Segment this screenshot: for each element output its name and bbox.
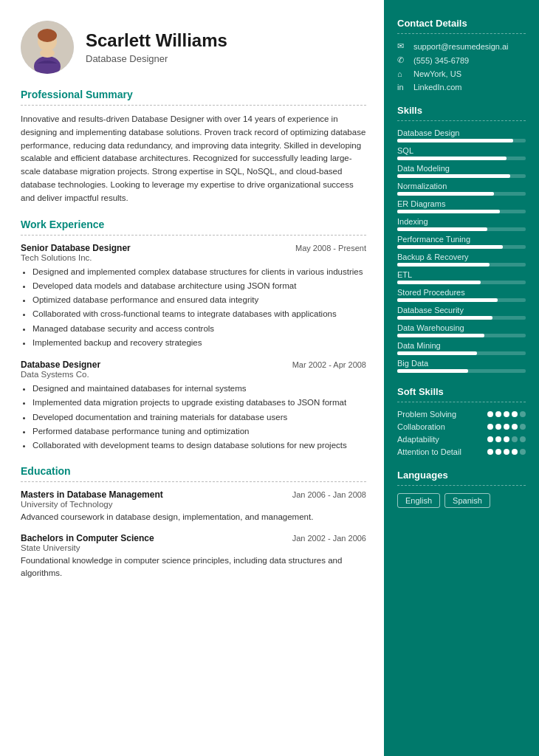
- header-text: Scarlett Williams Database Designer: [86, 30, 227, 64]
- bullet: Collaborated with cross-functional teams…: [32, 308, 366, 320]
- location-text: NewYork, US: [413, 69, 461, 78]
- skill-bar-bg: [397, 210, 526, 213]
- job-bullets-1: Designed and implemented complex databas…: [21, 266, 366, 350]
- skill-item: Database Design: [397, 128, 526, 142]
- edu-degree-2: Bachelors in Computer Science: [21, 533, 154, 543]
- skill-bar-fill: [397, 157, 507, 160]
- skills-section: Skills Database Design SQL Data Modeling…: [397, 105, 526, 373]
- bullet: Developed documentation and training mat…: [32, 411, 366, 424]
- skill-bar-fill: [397, 192, 494, 196]
- skill-bar-fill: [397, 227, 487, 231]
- edu-degree-1: Masters in Database Management: [21, 489, 163, 500]
- soft-skills-divider: [397, 402, 526, 402]
- work-experience-title: Work Experience: [21, 219, 366, 230]
- dot: [504, 411, 509, 417]
- job-company-2: Data Systems Co.: [21, 370, 366, 379]
- skill-name: Database Design: [397, 128, 526, 137]
- contact-section: Contact Details ✉ support@resumedesign.a…: [397, 18, 526, 92]
- contact-email: ✉ support@resumedesign.ai: [397, 41, 526, 51]
- avatar: [21, 21, 74, 74]
- soft-skill-item: Collaboration: [397, 422, 526, 431]
- edu-item: Bachelors in Computer Science Jan 2002 -…: [21, 533, 366, 580]
- job-bullets-2: Designed and maintained databases for in…: [21, 382, 366, 452]
- soft-skills-list: Problem Solving Collaboration Adaptabili…: [397, 410, 526, 456]
- left-column: Scarlett Williams Database Designer Prof…: [0, 0, 384, 756]
- linkedin-icon: in: [397, 83, 409, 92]
- skill-item: Normalization: [397, 182, 526, 196]
- education-divider: [21, 481, 366, 482]
- work-experience-section: Work Experience Senior Database Designer…: [21, 219, 366, 453]
- job-company-1: Tech Solutions Inc.: [21, 253, 366, 262]
- soft-skill-item: Adaptability: [397, 435, 526, 444]
- skill-item: Data Warehousing: [397, 323, 526, 337]
- job-title-2: Database Designer: [21, 360, 100, 370]
- skill-name: ER Diagrams: [397, 199, 526, 208]
- languages-divider: [397, 485, 526, 486]
- resume-container: Scarlett Williams Database Designer Prof…: [0, 0, 539, 756]
- skill-bar-fill: [397, 298, 498, 302]
- candidate-name: Scarlett Williams: [86, 30, 227, 52]
- summary-divider: [21, 105, 366, 106]
- skill-bar-fill: [397, 351, 477, 355]
- skill-bar-bg: [397, 157, 526, 160]
- dot: [495, 424, 501, 430]
- right-column: Contact Details ✉ support@resumedesign.a…: [384, 0, 539, 756]
- dot: [520, 436, 526, 442]
- dot: [520, 424, 526, 430]
- skill-name: Normalization: [397, 182, 526, 190]
- dot: [512, 449, 518, 455]
- skill-bar-fill: [397, 334, 484, 337]
- skill-bar-bg: [397, 316, 526, 320]
- edu-school-2: State University: [21, 543, 366, 552]
- svg-point-2: [38, 29, 57, 42]
- skills-divider: [397, 120, 526, 121]
- bullet: Optimized database performance and ensur…: [32, 294, 366, 306]
- skill-bar-bg: [397, 263, 526, 267]
- phone-text: (555) 345-6789: [413, 56, 469, 65]
- dot: [504, 436, 509, 442]
- summary-text: Innovative and results-driven Database D…: [21, 113, 366, 205]
- skill-bar-bg: [397, 192, 526, 196]
- edu-date-2: Jan 2002 - Jan 2006: [292, 534, 366, 543]
- email-text: support@resumedesign.ai: [413, 42, 509, 51]
- bullet: Managed database security and access con…: [32, 323, 366, 335]
- job-title-1: Senior Database Designer: [21, 243, 131, 253]
- bullet: Designed and implemented complex databas…: [32, 266, 366, 278]
- dot: [512, 411, 518, 417]
- bullet: Designed and maintained databases for in…: [32, 382, 366, 395]
- language-tag: English: [397, 493, 440, 508]
- skill-item: Indexing: [397, 217, 526, 231]
- dot: [487, 449, 493, 455]
- contact-phone: ✆ (555) 345-6789: [397, 55, 526, 65]
- phone-icon: ✆: [397, 55, 409, 65]
- soft-skill-name: Adaptability: [397, 435, 487, 444]
- skill-item: ETL: [397, 270, 526, 284]
- edu-item: Masters in Database Management Jan 2006 …: [21, 489, 366, 523]
- job-date-1: May 2008 - Present: [295, 244, 366, 252]
- skill-name: Performance Tuning: [397, 235, 526, 244]
- skill-item: Backup & Recovery: [397, 252, 526, 267]
- summary-section: Professional Summary Innovative and resu…: [21, 89, 366, 205]
- skill-bar-fill: [397, 139, 513, 142]
- skill-name: Indexing: [397, 217, 526, 226]
- skill-bar-bg: [397, 298, 526, 302]
- skills-title: Skills: [397, 105, 526, 116]
- edu-desc-2: Foundational knowledge in computer scien…: [21, 554, 366, 580]
- dot: [487, 436, 493, 442]
- skill-item: SQL: [397, 146, 526, 160]
- job-header-1: Senior Database Designer May 2008 - Pres…: [21, 243, 366, 253]
- skill-item: Big Data: [397, 359, 526, 373]
- location-icon: ⌂: [397, 69, 409, 78]
- education-section: Education Masters in Database Management…: [21, 465, 366, 580]
- skill-bar-fill: [397, 281, 481, 284]
- soft-dots: [487, 424, 526, 430]
- skill-bar-bg: [397, 245, 526, 249]
- skill-item: Performance Tuning: [397, 235, 526, 249]
- soft-skill-name: Attention to Detail: [397, 447, 487, 456]
- soft-dots: [487, 436, 526, 442]
- skill-item: ER Diagrams: [397, 199, 526, 213]
- soft-dots: [487, 449, 526, 455]
- skill-bar-bg: [397, 334, 526, 337]
- skills-list: Database Design SQL Data Modeling Normal…: [397, 128, 526, 373]
- soft-skills-section: Soft Skills Problem Solving Collaboratio…: [397, 386, 526, 456]
